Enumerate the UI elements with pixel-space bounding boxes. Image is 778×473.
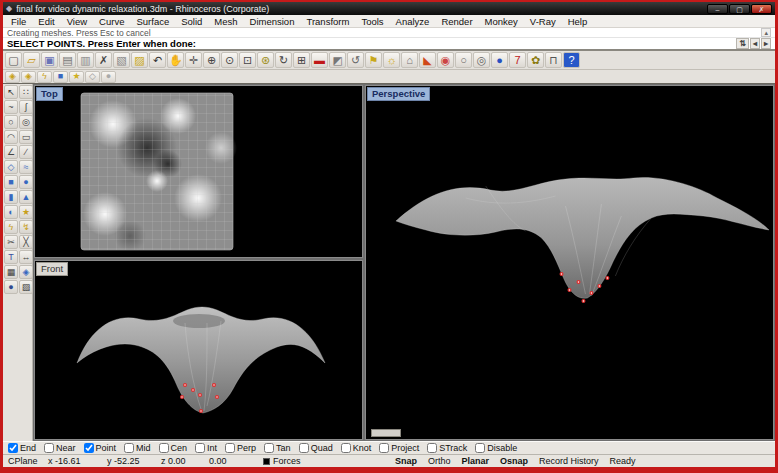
zoom-dynamic-icon[interactable]: ⊙ [221,52,238,68]
viewport-perspective[interactable]: Perspective [365,85,774,440]
viewport-perspective-label[interactable]: Perspective [367,87,430,101]
cplane-button[interactable]: CPlane [8,456,46,466]
sphere-outline-icon[interactable]: ◎ [473,52,490,68]
osnap-int[interactable]: Int [195,443,217,453]
osnap-project[interactable]: Project [379,443,419,453]
layer-pane[interactable]: Forces [263,456,393,466]
bend-icon[interactable]: ↯ [19,220,33,234]
save-icon[interactable]: ▣ [41,52,58,68]
maximize-button[interactable]: ▢ [729,4,750,14]
osnap-project-checkbox[interactable] [379,443,389,453]
delete-icon[interactable]: ✗ [95,52,112,68]
box-icon[interactable]: ■ [4,175,18,189]
viewport-front[interactable]: Front [34,260,363,440]
command-scroll-up-button[interactable]: ▴ [761,28,771,37]
lightning-icon[interactable]: ϟ [4,220,18,234]
menu-edit[interactable]: Edit [32,16,60,27]
osnap-near[interactable]: Near [44,443,76,453]
array-icon[interactable]: ▦ [4,265,18,279]
split-icon[interactable]: ╳ [19,235,33,249]
menu-tools[interactable]: Tools [355,16,389,27]
menu-help[interactable]: Help [562,16,594,27]
undo-icon[interactable]: ↶ [149,52,166,68]
osnap-mid-checkbox[interactable] [124,443,134,453]
shield-lightning-icon[interactable]: ◈ [5,71,20,83]
osnap-knot-checkbox[interactable] [341,443,351,453]
osnap-disable-checkbox[interactable] [475,443,485,453]
vray-icon[interactable]: ◣ [419,52,436,68]
menu-surface[interactable]: Surface [130,16,175,27]
command-next-button[interactable]: ▸ [761,38,771,49]
paste-icon[interactable]: ▨ [131,52,148,68]
control-curve-icon[interactable]: ʃ [19,100,33,114]
layout-icon[interactable]: ⊓ [545,52,562,68]
osnap-strack[interactable]: STrack [427,443,467,453]
viewport-top-label[interactable]: Top [36,87,63,101]
dimension-icon[interactable]: ↔ [19,250,33,264]
circle-icon[interactable]: ○ [4,115,18,129]
snap-toggle[interactable]: Snap [395,456,417,466]
viewport-top[interactable]: Top [34,85,363,258]
color-wheel-icon[interactable]: ◉ [437,52,454,68]
osnap-perp[interactable]: Perp [225,443,256,453]
command-popup-button[interactable]: ⇅ [736,38,749,49]
osnap-cen[interactable]: Cen [159,443,188,453]
ortho-toggle[interactable]: Ortho [428,456,451,466]
trim-icon[interactable]: ✂ [4,235,18,249]
mesh-icon[interactable]: ◈ [19,265,33,279]
osnap-disable[interactable]: Disable [475,443,517,453]
cylinder-icon[interactable]: ▮ [4,190,18,204]
osnap-knot[interactable]: Knot [341,443,372,453]
osnap-end-checkbox[interactable] [8,443,18,453]
close-button[interactable]: ✗ [751,4,772,14]
blue-box-icon[interactable]: ■ [53,71,68,83]
zoom-window-icon[interactable]: ⊡ [239,52,256,68]
four-viewports-icon[interactable]: ⊞ [293,52,310,68]
render-seven-icon[interactable]: 7 [509,52,526,68]
menu-render[interactable]: Render [435,16,478,27]
menu-analyze[interactable]: Analyze [390,16,436,27]
planar-toggle[interactable]: Planar [462,456,490,466]
viewport-front-label[interactable]: Front [36,262,68,276]
osnap-perp-checkbox[interactable] [225,443,235,453]
shade-icon[interactable]: ◩ [329,52,346,68]
record-history-toggle[interactable]: Record History [539,456,599,466]
osnap-cen-checkbox[interactable] [159,443,169,453]
rectangle-icon[interactable]: ▭ [19,130,33,144]
rotate-view-icon[interactable]: ↻ [275,52,292,68]
line-icon[interactable]: ∕ [19,145,33,159]
print-icon[interactable]: ▤ [59,52,76,68]
help-icon[interactable]: ? [563,52,580,68]
copy-icon[interactable]: ▧ [113,52,130,68]
gem-icon[interactable]: ◇ [85,71,100,83]
menu-solid[interactable]: Solid [175,16,208,27]
osnap-point[interactable]: Point [84,443,117,453]
menu-transform[interactable]: Transform [300,16,355,27]
sphere-icon[interactable]: ● [19,175,33,189]
osnap-quad-checkbox[interactable] [299,443,309,453]
hatch-icon[interactable]: ▨ [19,280,33,294]
osnap-int-checkbox[interactable] [195,443,205,453]
lightbulb-icon[interactable]: ☼ [383,52,400,68]
page-icon[interactable]: ▥ [77,52,94,68]
flag-icon[interactable]: ⚑ [365,52,382,68]
render-sphere-icon[interactable]: ● [4,280,18,294]
points-icon[interactable]: ∷ [19,85,33,99]
pan-hand-icon[interactable]: ✋ [167,52,184,68]
zoom-in-icon[interactable]: ⊕ [203,52,220,68]
menu-curve[interactable]: Curve [93,16,130,27]
osnap-tan[interactable]: Tan [264,443,291,453]
zoom-extents-icon[interactable]: ⊛ [257,52,274,68]
osnap-point-checkbox[interactable] [84,443,94,453]
command-prompt[interactable]: SELECT POINTS. Press Enter when done: ⇅ … [3,38,775,51]
star-icon[interactable]: ★ [69,71,84,83]
sphere-grey-icon[interactable]: ○ [455,52,472,68]
osnap-end[interactable]: End [8,443,36,453]
explode-icon[interactable]: ★ [19,205,33,219]
command-prev-button[interactable]: ◂ [750,38,760,49]
cone-icon[interactable]: ▲ [19,190,33,204]
minimize-button[interactable]: – [707,4,728,14]
osnap-near-checkbox[interactable] [44,443,54,453]
curve-icon[interactable]: ~ [4,100,18,114]
ellipse-icon[interactable]: ◎ [19,115,33,129]
